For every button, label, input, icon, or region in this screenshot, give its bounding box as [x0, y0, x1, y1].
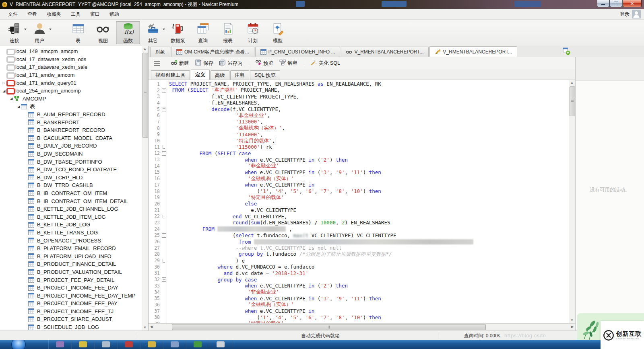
code-line-6[interactable]: 6 '非金融企业', — [149, 112, 569, 119]
tree-table[interactable]: B_PROJECT_SHARE_ADJUST — [0, 315, 148, 323]
tree-table[interactable]: B_PROJECT_INCOME_FEE_TJ — [0, 308, 148, 316]
minimize-button[interactable] — [597, 0, 609, 7]
scroll-right-icon[interactable]: ▶ — [570, 324, 575, 330]
sidebar-scroll-thumb[interactable] — [142, 53, 148, 138]
scroll-left-icon[interactable]: ◀ — [149, 324, 154, 330]
tree-table[interactable]: B_DW_SECDMAIN — [0, 150, 148, 158]
code-line-5[interactable]: 5 decode(f.VC_CLIENTTYPE, — [149, 106, 569, 113]
toolbar-button-other[interactable]: 其它 — [141, 21, 165, 44]
code-line-33[interactable]: 33 when e.VC_CLIENTTYPE in ('2') then — [149, 283, 569, 289]
code-line-36[interactable]: 36 '金融机构（实体）' — [149, 302, 569, 308]
hamburger-menu-icon[interactable] — [153, 60, 161, 67]
tree-schema[interactable]: ◢AMCOMP — [0, 95, 148, 103]
scroll-up-icon[interactable]: ▲ — [142, 46, 148, 52]
fold-collapse-icon[interactable] — [161, 150, 167, 157]
code-line-34[interactable]: 34 '非金融企业' — [149, 289, 569, 296]
editor-button-save[interactable]: 保存 — [192, 58, 216, 68]
tree-table[interactable]: B_OPENACCT_PROCESS — [0, 236, 148, 244]
taskbar-button[interactable] — [117, 340, 140, 349]
code-line-22[interactable]: 22 end VC_CLIENTTYPE, — [149, 213, 569, 220]
code-line-9[interactable]: 9 '114000', — [149, 131, 569, 138]
document-tab-0[interactable]: 对象 — [150, 47, 170, 57]
code-line-23[interactable]: 23 round(sum(d.EN_REALSHARES) / 10000, 2… — [149, 220, 569, 226]
document-tab-4[interactable]: V_RMENTBALANCEREPORT... — [429, 46, 517, 57]
login-user-icon[interactable] — [632, 10, 641, 18]
tree-connection[interactable]: local_149_amcpm_amcpm — [0, 47, 148, 55]
code-line-18[interactable]: 18 ('1', '4', '5', '6', '7', '8', '10') … — [149, 188, 569, 195]
menu-item-file[interactable]: 文件 — [3, 9, 23, 19]
toolbar-button-view[interactable]: 视图 — [91, 21, 115, 44]
start-button[interactable] — [11, 340, 26, 349]
tree-connection[interactable]: ◢local_254_amcpm_amcomp — [0, 87, 148, 95]
taskbar-button[interactable] — [94, 340, 118, 349]
tree-table[interactable]: B_KETTLE_JOB_ITEM_LOG — [0, 213, 148, 221]
tree-table[interactable]: B_DW_TBASE_PORTINFO — [0, 158, 148, 166]
taskbar-button[interactable] — [186, 340, 209, 349]
close-button[interactable]: ✕ — [623, 0, 642, 7]
editor-hscroll-thumb[interactable] — [172, 324, 486, 330]
tree-table[interactable]: B_IB_CONTRACT_OM_ITEM — [0, 189, 148, 197]
tree-connection[interactable]: local_17_dataware_xedm_ods — [0, 55, 148, 64]
taskbar-button[interactable] — [209, 340, 232, 349]
toolbar-button-user[interactable]: 用户 — [27, 21, 52, 44]
editor-button-new[interactable]: 新建 — [168, 58, 192, 68]
tree-connection[interactable]: ▷local_171_amdw_query01 — [0, 79, 148, 87]
tree-expanded-arrow-icon[interactable]: ◢ — [9, 96, 14, 101]
code-line-12[interactable]: 12 FROM (SELECT case — [149, 150, 569, 157]
toolbar-button-table[interactable]: 表 — [66, 21, 90, 44]
editor-subtab-3[interactable]: 注释 — [230, 70, 249, 80]
add-tab-button[interactable] — [563, 47, 571, 55]
sql-code-area[interactable]: 1SELECT PROJECT_NAME, PROJECT_TYPE, EN_R… — [149, 80, 569, 323]
code-line-31[interactable]: 31 and d.vc_date = '2018-12-31' — [149, 270, 569, 277]
code-line-26[interactable]: 26 from — [149, 238, 569, 245]
editor-button-explain[interactable]: 解释 — [277, 58, 301, 68]
tree-table[interactable]: B_PLATFORM_UPLOAD_INFO — [0, 252, 148, 260]
tree-expanded-arrow-icon[interactable]: ◢ — [16, 105, 21, 109]
code-line-13[interactable]: 13 when e.VC_CLIENTTYPE in ('2') then — [149, 156, 569, 163]
code-line-4[interactable]: 4 f.EN_REALSHARES, — [149, 100, 569, 106]
code-line-3[interactable]: 3 f.VC_CLIENTTYPE PROJECT_TYPE, — [149, 93, 569, 100]
tree-table[interactable]: B_PROJECT_INCOME_FEE_PAY — [0, 300, 148, 308]
toolbar-button-connection[interactable]: 连接 — [2, 21, 27, 44]
code-line-7[interactable]: 7 '113000', — [149, 119, 569, 125]
code-line-24[interactable]: 24 FROM , — [149, 226, 569, 232]
menu-item-window[interactable]: 窗口 — [85, 9, 105, 19]
menu-item-tools[interactable]: 工具 — [66, 9, 85, 19]
editor-scroll-thumb[interactable] — [570, 86, 575, 116]
code-line-8[interactable]: 8 '金融机构（实体）', — [149, 125, 569, 131]
code-line-27[interactable]: 27 --where t.VC_CLIENTTYPE is not null — [149, 245, 569, 251]
tree-table[interactable]: B_DW_TCD_BOND_FLOATRATE — [0, 166, 148, 174]
code-line-10[interactable]: 10 '特定目的载体', — [149, 138, 569, 144]
tree-expanded-arrow-icon[interactable]: ◢ — [2, 89, 6, 93]
taskbar-button[interactable] — [48, 340, 72, 349]
scroll-down-icon[interactable]: ▼ — [569, 318, 575, 323]
tree-group-tables[interactable]: ◢表 — [0, 103, 148, 111]
code-line-14[interactable]: 14 '非金融企业' — [149, 163, 569, 169]
tree-table[interactable]: B_BANKREPORT — [0, 118, 148, 126]
tree-table[interactable]: B_IB_CONTRACT_OM_ITEM_DETAIL — [0, 197, 148, 205]
code-line-28[interactable]: 28 group by t.fundacco /*分组是为了防止垃圾数据即重复数… — [149, 251, 569, 258]
toolbar-button-function[interactable]: f(x)函数 — [116, 21, 140, 44]
code-line-38[interactable]: 38 ('1', '4', '5', '6', '7', '8', '10') … — [149, 314, 569, 320]
tree-table[interactable]: B_PROJECT_INCOME_FEE_DAY_TEMP — [0, 292, 148, 300]
fold-collapse-icon[interactable] — [161, 106, 167, 113]
editor-hscrollbar[interactable]: ◀ ▶ — [149, 323, 575, 331]
fold-collapse-icon[interactable] — [161, 232, 167, 239]
tree-connection[interactable]: local_171_amdw_amcom — [0, 71, 148, 79]
taskbar-button[interactable] — [71, 340, 95, 349]
editor-button-saveas[interactable]: 另存为 — [216, 58, 246, 68]
code-line-30[interactable]: 30 where d.VC_FUNDACCO = e.fundacco — [149, 264, 569, 270]
code-line-37[interactable]: 37 when e.VC_CLIENTTYPE in — [149, 308, 569, 314]
sidebar-scrollbar[interactable]: ▲ ▲ ▼ — [142, 46, 148, 331]
toolbar-button-query[interactable]: 查询 — [191, 21, 215, 44]
code-line-16[interactable]: 16 '金融机构（实体）' — [149, 175, 569, 182]
code-line-1[interactable]: 1SELECT PROJECT_NAME, PROJECT_TYPE, EN_R… — [149, 81, 569, 87]
code-line-25[interactable]: 25 (select t.fundacco, max(t VC CLIENTTY… — [149, 232, 569, 239]
chevron-down-icon[interactable] — [49, 29, 52, 30]
login-button[interactable]: 登录 — [620, 11, 630, 18]
scroll-down-icon[interactable]: ▼ — [142, 325, 148, 331]
tree-table[interactable]: B_BANKREPORT_RECORD — [0, 126, 148, 134]
code-line-15[interactable]: 15 when e.VC_CLIENTTYPE in ('3', '9', '1… — [149, 169, 569, 176]
tree-table[interactable]: B_DW_TTRD_CASHLB — [0, 181, 148, 189]
code-line-19[interactable]: 19 '特定目的载体' — [149, 194, 569, 201]
